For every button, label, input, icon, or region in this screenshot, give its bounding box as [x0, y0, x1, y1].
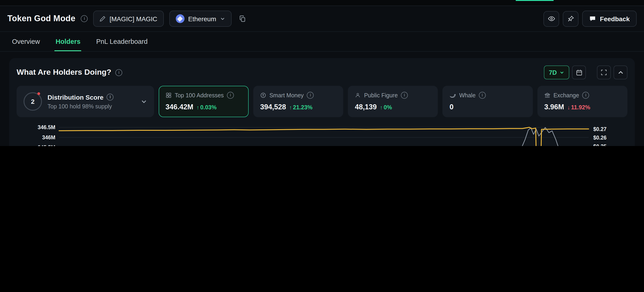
- main-content: What Are Holders Doing? 7D: [0, 52, 644, 146]
- header-right: Feedback: [544, 10, 636, 27]
- stat-change: 0%: [380, 104, 392, 111]
- svg-text:345.5M: 345.5M: [38, 144, 55, 146]
- ethereum-icon: [176, 14, 184, 23]
- feedback-button[interactable]: Feedback: [582, 10, 636, 27]
- distribution-score-value: 2: [31, 98, 34, 105]
- stats-row: 2 Distribution Score Top 100 hold 98% su…: [16, 86, 628, 117]
- stat-value: 346.42M: [166, 103, 193, 111]
- stat-info-icon[interactable]: [401, 92, 408, 99]
- tab-overview[interactable]: Overview: [11, 32, 41, 51]
- calendar-button[interactable]: [572, 66, 586, 79]
- stat-card-public-figure[interactable]: Public Figure 48,139 0%: [348, 86, 438, 117]
- chevron-up-icon: [618, 70, 624, 76]
- bank-icon: [544, 92, 550, 98]
- stat-change: 21.23%: [289, 104, 312, 111]
- distribution-score-gauge: 2: [24, 92, 42, 111]
- stat-label: Public Figure: [364, 92, 398, 98]
- stat-info-icon[interactable]: [307, 92, 314, 99]
- stat-card-exchange[interactable]: Exchange 3.96M 11.92%: [537, 86, 628, 117]
- holders-chart[interactable]: 346.5M346M345.5M345M344.5M344M343.5M343M…: [16, 123, 628, 146]
- grid-icon: [166, 92, 172, 98]
- chain-name: Ethereum: [188, 15, 216, 22]
- pin-button[interactable]: [563, 11, 579, 26]
- stat-label: Whale: [459, 92, 476, 98]
- tab-pnl-leaderboard[interactable]: PnL Leaderboard: [95, 32, 148, 51]
- copy-button[interactable]: [237, 14, 248, 24]
- distribution-info-icon[interactable]: [107, 94, 114, 100]
- top-strip: [0, 0, 644, 6]
- score-alert-dot: [37, 92, 40, 95]
- collapse-button[interactable]: [614, 66, 628, 79]
- chevron-down-icon: [560, 70, 564, 75]
- eye-icon: [548, 15, 556, 22]
- smart-money-icon: [260, 92, 266, 98]
- dual-axis-line-chart[interactable]: 346.5M346M345.5M345M344.5M344M343.5M343M…: [16, 123, 626, 146]
- svg-text:346.5M: 346.5M: [38, 124, 55, 130]
- progress-indicator: [516, 0, 554, 1]
- panel-controls: 7D: [544, 66, 628, 79]
- stat-value: 3.96M: [544, 103, 564, 111]
- stat-card-whale[interactable]: Whale 0: [443, 86, 533, 117]
- panel-title: What Are Holders Doing?: [16, 68, 112, 77]
- calendar-icon: [576, 69, 582, 76]
- page-title: Token God Mode: [8, 14, 76, 24]
- token-name: [MAGIC] MAGIC: [110, 15, 157, 22]
- svg-text:$0.26: $0.26: [593, 135, 607, 141]
- stat-value: 48,139: [355, 103, 377, 111]
- chevron-down-icon: [140, 98, 147, 105]
- stat-change: 11.92%: [568, 104, 590, 111]
- whale-icon: [450, 92, 456, 98]
- stat-label: Smart Money: [270, 92, 304, 98]
- fullscreen-button[interactable]: [597, 66, 611, 79]
- holders-panel: What Are Holders Doing? 7D: [9, 58, 635, 146]
- expand-icon: [601, 69, 607, 76]
- chat-icon: [589, 15, 596, 22]
- stat-change: 0.03%: [196, 104, 216, 111]
- tab-holders[interactable]: Holders: [55, 32, 82, 51]
- app-header: Token God Mode [MAGIC] MAGIC Ethereum: [0, 6, 644, 32]
- header-left: Token God Mode [MAGIC] MAGIC Ethereum: [8, 10, 248, 27]
- stat-label: Top 100 Addresses: [174, 92, 224, 98]
- pin-icon: [567, 15, 574, 22]
- stat-info-icon[interactable]: [479, 92, 486, 99]
- token-selector[interactable]: [MAGIC] MAGIC: [94, 10, 164, 27]
- svg-text:346M: 346M: [42, 134, 55, 140]
- feedback-label: Feedback: [600, 15, 630, 22]
- stat-info-icon[interactable]: [582, 92, 589, 99]
- page-info-icon[interactable]: [81, 15, 88, 22]
- distribution-score-card[interactable]: 2 Distribution Score Top 100 hold 98% su…: [16, 86, 154, 117]
- timeframe-value: 7D: [549, 69, 557, 76]
- tab-bar: Overview Holders PnL Leaderboard: [0, 32, 644, 52]
- app: Token God Mode [MAGIC] MAGIC Ethereum: [0, 0, 644, 146]
- stat-label: Exchange: [553, 92, 579, 98]
- watch-button[interactable]: [544, 11, 559, 26]
- chevron-down-icon: [220, 16, 225, 21]
- svg-text:$0.25: $0.25: [593, 144, 607, 146]
- panel-header: What Are Holders Doing? 7D: [16, 66, 628, 79]
- stat-card-top-100-addresses[interactable]: Top 100 Addresses 346.42M 0.03%: [158, 86, 249, 117]
- distribution-score-label: Distribution Score: [48, 94, 104, 101]
- chain-selector[interactable]: Ethereum: [169, 10, 231, 27]
- stat-value: 0: [450, 103, 454, 111]
- stat-value: 394,528: [260, 103, 286, 111]
- distribution-subtitle: Top 100 hold 98% supply: [48, 103, 135, 110]
- edit-icon: [100, 16, 106, 22]
- panel-info-icon[interactable]: [116, 69, 122, 76]
- public-figure-icon: [355, 92, 361, 98]
- timeframe-select[interactable]: 7D: [544, 66, 569, 79]
- stat-card-smart-money[interactable]: Smart Money 394,528 21.23%: [253, 86, 344, 117]
- stat-info-icon[interactable]: [227, 92, 234, 99]
- svg-text:$0.27: $0.27: [593, 126, 607, 132]
